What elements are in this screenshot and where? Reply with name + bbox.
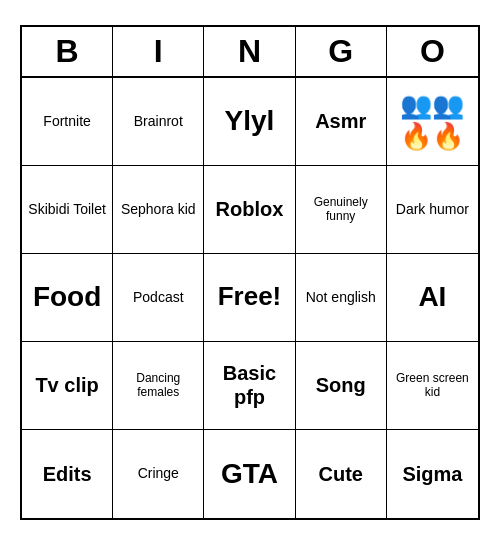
header-letter: N: [204, 27, 295, 76]
header-letter: G: [296, 27, 387, 76]
bingo-card: BINGO FortniteBrainrotYlylAsmr👥👥🔥🔥Skibid…: [20, 25, 480, 520]
bingo-cell: Roblox: [204, 166, 295, 254]
bingo-cell: Free!: [204, 254, 295, 342]
bingo-cell: Genuinely funny: [296, 166, 387, 254]
header-letter: O: [387, 27, 478, 76]
bingo-cell: Song: [296, 342, 387, 430]
bingo-cell: AI: [387, 254, 478, 342]
bingo-cell: Podcast: [113, 254, 204, 342]
header-letter: I: [113, 27, 204, 76]
bingo-cell: Tv clip: [22, 342, 113, 430]
bingo-cell: Not english: [296, 254, 387, 342]
bingo-grid: FortniteBrainrotYlylAsmr👥👥🔥🔥Skibidi Toil…: [22, 78, 478, 518]
bingo-cell: Cringe: [113, 430, 204, 518]
bingo-cell: Sephora kid: [113, 166, 204, 254]
bingo-header: BINGO: [22, 27, 478, 78]
bingo-cell: Basic pfp: [204, 342, 295, 430]
bingo-cell: Fortnite: [22, 78, 113, 166]
bingo-cell: Dancing females: [113, 342, 204, 430]
bingo-cell: Dark humor: [387, 166, 478, 254]
bingo-cell: Asmr: [296, 78, 387, 166]
bingo-cell: Sigma: [387, 430, 478, 518]
bingo-cell: GTA: [204, 430, 295, 518]
bingo-cell: Food: [22, 254, 113, 342]
bingo-cell: Skibidi Toilet: [22, 166, 113, 254]
bingo-cell: Edits: [22, 430, 113, 518]
bingo-cell: Brainrot: [113, 78, 204, 166]
bingo-cell: 👥👥🔥🔥: [387, 78, 478, 166]
bingo-cell: Cute: [296, 430, 387, 518]
bingo-cell: Green screen kid: [387, 342, 478, 430]
bingo-cell: Ylyl: [204, 78, 295, 166]
header-letter: B: [22, 27, 113, 76]
